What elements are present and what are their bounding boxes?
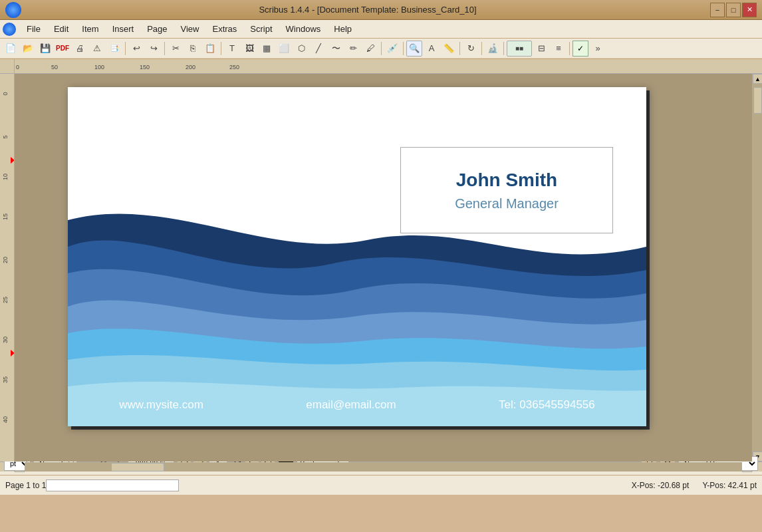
line-button[interactable]: ╱ <box>311 41 326 57</box>
pdf-button[interactable]: PDF <box>55 41 70 57</box>
contact-info: www.mysite.com email@email.com Tel: 0365… <box>68 383 646 426</box>
document-canvas: John Smith General Manager www.mysite.co… <box>68 87 646 426</box>
sep7 <box>481 42 482 55</box>
ruler-corner <box>0 59 15 74</box>
canvas-scroll[interactable]: John Smith General Manager www.mysite.co… <box>15 74 752 462</box>
status-center <box>46 479 631 491</box>
sep9 <box>569 42 570 55</box>
scroll-up-button[interactable]: ▲ <box>753 74 762 84</box>
open-button[interactable]: 📂 <box>20 41 36 57</box>
status-bar: Page 1 to 1 X-Pos: -20.68 pt Y-Pos: 42.4… <box>0 475 762 495</box>
menu-help[interactable]: Help <box>327 21 358 37</box>
svg-text:20: 20 <box>2 257 9 263</box>
new-button[interactable]: 📄 <box>3 41 19 57</box>
zoom-button[interactable]: 🔍 <box>406 41 422 57</box>
option1-button[interactable]: ⊟ <box>533 41 549 57</box>
menu-page[interactable]: Page <box>140 21 174 37</box>
main-area: 0 50 100 150 200 250 0 5 10 15 20 25 3 <box>0 59 762 452</box>
svg-text:100: 100 <box>94 64 104 70</box>
sep6 <box>459 42 460 55</box>
minimize-button[interactable]: − <box>710 3 725 17</box>
sep8 <box>503 42 504 55</box>
ruler-h-svg: 0 50 100 150 200 250 <box>15 59 762 74</box>
pdf2-button[interactable]: 📑 <box>106 41 122 57</box>
menu-windows[interactable]: Windows <box>279 21 328 37</box>
ruler-button[interactable]: 📏 <box>441 41 457 57</box>
window-title: Scribus 1.4.4 - [Document Template: Busi… <box>25 5 710 15</box>
canvas-area: 0 5 10 15 20 25 30 35 40 <box>0 74 762 462</box>
menu-extras[interactable]: Extras <box>206 21 244 37</box>
save-button[interactable]: 💾 <box>37 41 53 57</box>
scroll-h-track[interactable] <box>25 462 742 471</box>
vertical-scrollbar[interactable]: ▲ ▼ <box>752 74 762 462</box>
svg-text:25: 25 <box>2 297 9 303</box>
scrollbar-h[interactable]: ◀ ▶ <box>15 462 752 471</box>
menu-item[interactable]: Item <box>75 21 105 37</box>
paste-button[interactable]: 📋 <box>202 41 218 57</box>
textformat-button[interactable]: A <box>424 41 440 57</box>
bezier-button[interactable]: 〜 <box>328 41 344 57</box>
check-button[interactable]: ✓ <box>572 41 588 57</box>
horizontal-scrollbar-area: ◀ ▶ <box>0 462 762 471</box>
cut-button[interactable]: ✂ <box>168 41 184 57</box>
email-text: email@email.com <box>306 398 396 412</box>
eyedropper-button[interactable]: 💉 <box>384 41 400 57</box>
menu-file[interactable]: File <box>20 21 47 37</box>
textframe-button[interactable]: T <box>224 41 240 57</box>
wave-background <box>68 87 646 426</box>
svg-text:5: 5 <box>2 135 9 138</box>
x-pos: X-Pos: -20.68 pt <box>632 481 690 490</box>
redo-button[interactable]: ↪ <box>146 41 162 57</box>
svg-text:30: 30 <box>2 336 9 343</box>
svg-text:200: 200 <box>186 64 195 70</box>
toolbars: 📄 📂 💾 PDF 🖨 ⚠ 📑 ↩ ↪ ✂ ⎘ 📋 T 🖼 ▦ ⬜ ⬡ ╱ 〜 … <box>0 39 762 59</box>
option2-button[interactable]: ≡ <box>551 41 567 57</box>
menu-edit[interactable]: Edit <box>47 21 75 37</box>
sep4 <box>381 42 382 55</box>
card-content: John Smith General Manager www.mysite.co… <box>68 87 646 426</box>
person-title: General Manager <box>455 196 559 211</box>
svg-text:250: 250 <box>229 64 239 70</box>
ruler-area: 0 50 100 150 200 250 <box>0 59 762 74</box>
menu-script[interactable]: Script <box>243 21 279 37</box>
scroll-h-thumb[interactable] <box>111 463 164 471</box>
scroll-v-track[interactable] <box>753 84 762 452</box>
copy-button[interactable]: ⎘ <box>185 41 201 57</box>
svg-text:150: 150 <box>140 64 150 70</box>
menu-view[interactable]: View <box>174 21 206 37</box>
toolbar-row-1: 📄 📂 💾 PDF 🖨 ⚠ 📑 ↩ ↪ ✂ ⎘ 📋 T 🖼 ▦ ⬜ ⬡ ╱ 〜 … <box>0 39 762 59</box>
shape-button[interactable]: ⬜ <box>276 41 292 57</box>
person-name: John Smith <box>456 170 557 191</box>
scroll-v-thumb[interactable] <box>753 87 762 114</box>
imageframe-button[interactable]: 🖼 <box>241 41 257 57</box>
close-button[interactable]: ✕ <box>742 3 757 17</box>
toggle-button[interactable]: ■■ <box>507 41 532 57</box>
y-pos: Y-Pos: 42.41 pt <box>702 481 757 490</box>
more-button[interactable]: » <box>590 41 606 57</box>
svg-text:35: 35 <box>2 376 9 383</box>
svg-rect-0 <box>15 59 762 74</box>
horizontal-ruler: 0 50 100 150 200 250 <box>15 59 762 74</box>
menu-insert[interactable]: Insert <box>106 21 141 37</box>
rotate-button[interactable]: ↻ <box>463 41 479 57</box>
preflight-button[interactable]: ⚠ <box>89 41 105 57</box>
eyedrop2-button[interactable]: 🔬 <box>485 41 501 57</box>
undo-button[interactable]: ↩ <box>128 41 144 57</box>
freehand-button[interactable]: ✏ <box>345 41 361 57</box>
svg-text:50: 50 <box>51 64 58 70</box>
sep2 <box>164 42 165 55</box>
svg-text:10: 10 <box>2 174 9 180</box>
calligraphic-button[interactable]: 🖊 <box>362 41 378 57</box>
menu-logo <box>3 23 16 36</box>
polygon-button[interactable]: ⬡ <box>293 41 309 57</box>
website-text: www.mysite.com <box>119 398 203 412</box>
title-bar: Scribus 1.4.4 - [Document Template: Busi… <box>0 0 762 20</box>
name-box: John Smith General Manager <box>400 147 613 233</box>
svg-text:0: 0 <box>2 92 9 95</box>
maximize-button[interactable]: □ <box>726 3 741 17</box>
page-info: Page 1 to 1 <box>5 481 46 490</box>
table-button[interactable]: ▦ <box>259 41 275 57</box>
menu-bar: File Edit Item Insert Page View Extras S… <box>0 20 762 39</box>
print-button[interactable]: 🖨 <box>72 41 88 57</box>
sep1 <box>125 42 126 55</box>
